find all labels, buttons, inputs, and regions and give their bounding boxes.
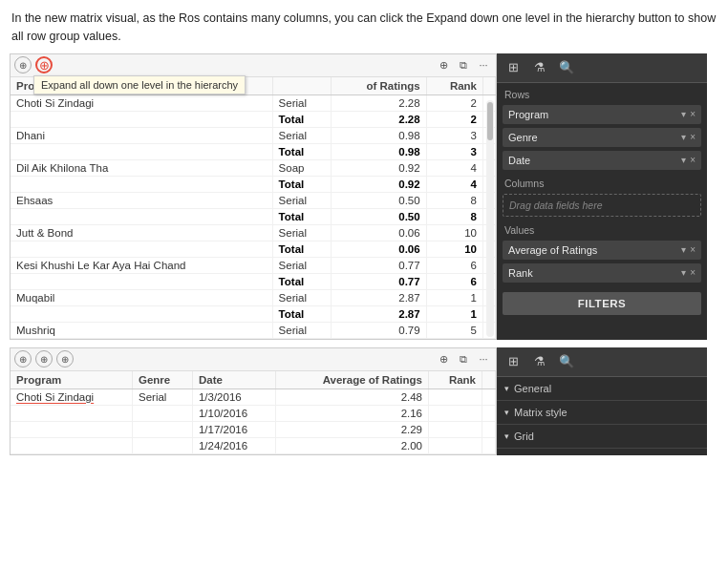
table-row: MuqabilSerial2.871 — [11, 289, 496, 305]
accordion-general-header[interactable]: ▾ General — [497, 377, 707, 400]
col-ratings: of Ratings — [331, 77, 426, 95]
field-avg-ratings[interactable]: Average of Ratings ▾ × — [503, 241, 701, 260]
scrollbar[interactable] — [486, 100, 494, 337]
cell-rank: 2 — [426, 94, 482, 111]
cell-ratings: 0.50 — [331, 208, 426, 224]
cell-genre: Serial — [272, 94, 331, 111]
bottom-expand-icon-3[interactable]: ⊕ — [56, 350, 74, 368]
cell-genre: Serial — [272, 192, 331, 208]
cell-ratings: 0.50 — [331, 192, 426, 208]
expand-hierarchy-icon[interactable]: ⊕ — [35, 56, 53, 74]
cell-rank: 3 — [426, 127, 482, 143]
cell-program: Choti Si Zindagi — [11, 388, 133, 405]
cell-program: Muqabil — [11, 289, 272, 305]
field-controls-avgratings: ▾ × — [681, 244, 696, 255]
right-panel-top: ⊞ ⚗ 🔍 Rows Program ▾ × Genre ▾ × Date ▾ … — [497, 53, 707, 340]
field-date[interactable]: Date ▾ × — [503, 151, 701, 170]
toolbar-right-icons: ⊕ ⧉ ··· — [435, 56, 492, 74]
top-matrix-toolbar: ⊕ ⊕ Expand all down one level in the hie… — [11, 54, 496, 77]
bottom-col-ratings: Average of Ratings — [276, 371, 429, 389]
accordion-matrix-style-header[interactable]: ▾ Matrix style — [497, 401, 707, 424]
bottom-expand-icon-1[interactable]: ⊕ — [14, 350, 32, 368]
accordion-grid-header[interactable]: ▾ Grid — [497, 425, 707, 448]
cell-ratings: 0.98 — [331, 127, 426, 143]
cell-ratings: 2.29 — [276, 421, 429, 437]
table-row: Total0.924 — [11, 176, 496, 192]
bottom-grid-icon[interactable]: ⊞ — [503, 351, 524, 372]
cell-program — [11, 111, 272, 127]
cell-ratings: 2.16 — [276, 405, 429, 421]
cell-ratings: 0.06 — [331, 224, 426, 241]
cell-genre: Serial — [272, 224, 331, 241]
table-row: 1/24/20162.00 — [11, 437, 496, 453]
copy-icon[interactable]: ⧉ — [455, 56, 472, 74]
table-row: Total2.871 — [11, 305, 496, 322]
table-row: Choti Si ZindagiSerial2.282 — [11, 94, 496, 111]
chevron-down-icon-2: ▾ — [504, 408, 509, 417]
bottom-copy-icon[interactable]: ⧉ — [455, 350, 472, 368]
bottom-col-program: Program — [11, 371, 133, 389]
bottom-col-genre: Genre — [133, 371, 193, 389]
table-row: 1/10/20162.16 — [11, 405, 496, 421]
cell-ratings: 0.79 — [331, 322, 426, 338]
bottom-toolbar-right: ⊕ ⧉ ··· — [435, 350, 492, 368]
bottom-filter-icon[interactable]: ⚗ — [529, 351, 550, 372]
cell-genre: Serial — [272, 322, 331, 338]
cell-rank: 10 — [426, 224, 482, 241]
filters-button[interactable]: FILTERS — [503, 292, 701, 315]
cell-rank: 2 — [426, 111, 482, 127]
table-row: Total0.0610 — [11, 241, 496, 257]
cell-genre: Total — [272, 305, 331, 322]
cell-ratings: 0.92 — [331, 159, 426, 176]
bottom-search-icon[interactable]: 🔍 — [556, 351, 577, 372]
cell-genre: Total — [272, 273, 331, 289]
cell-rank: 4 — [426, 176, 482, 192]
cell-genre: Total — [272, 176, 331, 192]
bottom-more-icon[interactable]: ··· — [475, 350, 492, 368]
cell-genre: Total — [272, 241, 331, 257]
bottom-expand-right[interactable]: ⊕ — [435, 350, 452, 368]
cell-ratings: 0.92 — [331, 176, 426, 192]
cell-rank: 1 — [426, 289, 482, 305]
cell-rank: 5 — [426, 322, 482, 338]
cell-genre — [133, 437, 193, 453]
cell-rank: 6 — [426, 273, 482, 289]
expand-icon-1[interactable]: ⊕ — [14, 56, 32, 74]
cell-program: Jutt & Bond — [11, 224, 272, 241]
expand-right-icon[interactable]: ⊕ — [435, 56, 452, 74]
cell-program — [11, 241, 272, 257]
cell-program — [11, 273, 272, 289]
cell-program: Mushriq — [11, 322, 272, 338]
cell-rank: 1 — [426, 305, 482, 322]
columns-drop-zone[interactable]: Drag data fields here — [503, 194, 701, 217]
right-panel-bottom: ⊞ ⚗ 🔍 ▾ General ▾ Matrix style ▾ Grid — [497, 347, 707, 455]
cell-date: 1/24/2016 — [192, 437, 275, 453]
cell-genre: Serial — [272, 289, 331, 305]
cell-genre: Serial — [272, 257, 331, 273]
bottom-expand-icon-2[interactable]: ⊕ — [35, 350, 53, 368]
values-label: Values — [497, 219, 707, 239]
bottom-col-date: Date — [192, 371, 275, 389]
accordion-grid: ▾ Grid — [497, 425, 707, 449]
cell-genre — [133, 421, 193, 437]
cell-program — [11, 405, 133, 421]
field-rank[interactable]: Rank ▾ × — [503, 263, 701, 283]
cell-date: 1/17/2016 — [192, 421, 275, 437]
search-icon[interactable]: 🔍 — [556, 57, 577, 78]
grid-icon[interactable]: ⊞ — [503, 57, 524, 78]
cell-program — [11, 437, 133, 453]
cell-rank: 3 — [426, 143, 482, 159]
cell-program — [11, 305, 272, 322]
table-row: Total2.282 — [11, 111, 496, 127]
cell-rank: 6 — [426, 257, 482, 273]
table-row: Dil Aik Khilona ThaSoap0.924 — [11, 159, 496, 176]
cell-ratings: 0.06 — [331, 241, 426, 257]
bottom-matrix-table: Program Genre Date Average of Ratings Ra… — [11, 371, 496, 454]
more-icon[interactable]: ··· — [475, 56, 492, 74]
table-row: Total0.776 — [11, 273, 496, 289]
bottom-col-rank: Rank — [429, 371, 482, 389]
filter-icon[interactable]: ⚗ — [529, 57, 550, 78]
field-program[interactable]: Program ▾ × — [503, 105, 701, 124]
table-row: DhaniSerial0.983 — [11, 127, 496, 143]
field-genre[interactable]: Genre ▾ × — [503, 128, 701, 147]
